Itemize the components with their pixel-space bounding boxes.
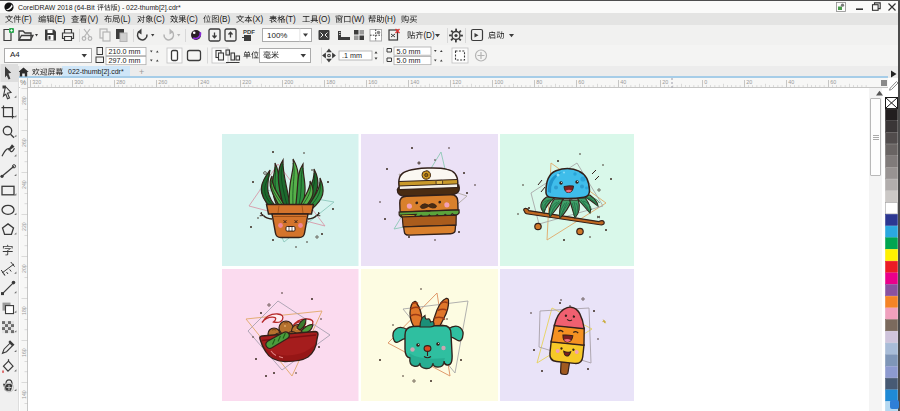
svg-text:180: 180 xyxy=(20,306,26,315)
svg-text:100%: 100% xyxy=(267,31,287,40)
svg-text:(C): (C) xyxy=(186,15,198,24)
svg-text:210.0 mm: 210.0 mm xyxy=(109,47,141,56)
svg-text:320: 320 xyxy=(32,79,41,85)
svg-text:(E): (E) xyxy=(54,15,65,24)
svg-text:120: 120 xyxy=(452,79,461,85)
svg-text:260: 260 xyxy=(20,138,26,147)
svg-text:140: 140 xyxy=(410,79,419,85)
svg-text:200: 200 xyxy=(284,79,293,85)
svg-text:) - 022-thumb[2].cdr*: ) - 022-thumb[2].cdr* xyxy=(118,3,181,11)
svg-text:.1 mm: .1 mm xyxy=(342,51,362,60)
svg-text:200: 200 xyxy=(20,264,26,273)
svg-text:(H): (H) xyxy=(384,15,396,24)
svg-text:240: 240 xyxy=(20,180,26,189)
svg-text:60: 60 xyxy=(830,79,836,85)
svg-text:220: 220 xyxy=(242,79,251,85)
svg-text:280: 280 xyxy=(20,96,26,105)
svg-text:(O): (O) xyxy=(318,15,330,24)
svg-text:(B): (B) xyxy=(219,15,230,24)
svg-text:(T): (T) xyxy=(285,15,296,24)
svg-text:CorelDRAW 2018 (64-Bit: CorelDRAW 2018 (64-Bit xyxy=(18,3,95,11)
svg-text:0: 0 xyxy=(704,79,707,85)
svg-text:(X): (X) xyxy=(252,15,263,24)
svg-text:240: 240 xyxy=(200,79,209,85)
svg-text:(W): (W) xyxy=(351,15,364,24)
svg-text:300: 300 xyxy=(74,79,83,85)
svg-text:280: 280 xyxy=(116,79,125,85)
svg-text:40: 40 xyxy=(788,79,794,85)
svg-text:20: 20 xyxy=(746,79,752,85)
svg-text:5.0 mm: 5.0 mm xyxy=(397,56,421,65)
svg-text:160: 160 xyxy=(20,348,26,357)
svg-text:PDF: PDF xyxy=(243,29,255,35)
svg-text:140: 140 xyxy=(20,390,26,399)
svg-text:(F): (F) xyxy=(21,15,32,24)
svg-text:220: 220 xyxy=(20,222,26,231)
svg-text:40: 40 xyxy=(620,79,626,85)
svg-text:5.0 mm: 5.0 mm xyxy=(397,47,421,56)
svg-text:(L): (L) xyxy=(120,15,130,24)
svg-text:20: 20 xyxy=(662,79,668,85)
svg-text:(C): (C) xyxy=(153,15,165,24)
svg-text:80: 80 xyxy=(536,79,542,85)
svg-text:(V): (V) xyxy=(87,15,98,24)
svg-text:160: 160 xyxy=(368,79,377,85)
svg-text:260: 260 xyxy=(158,79,167,85)
svg-text:100: 100 xyxy=(494,79,503,85)
svg-text:180: 180 xyxy=(326,79,335,85)
svg-text:297.0 mm: 297.0 mm xyxy=(109,56,141,65)
svg-text:60: 60 xyxy=(578,79,584,85)
